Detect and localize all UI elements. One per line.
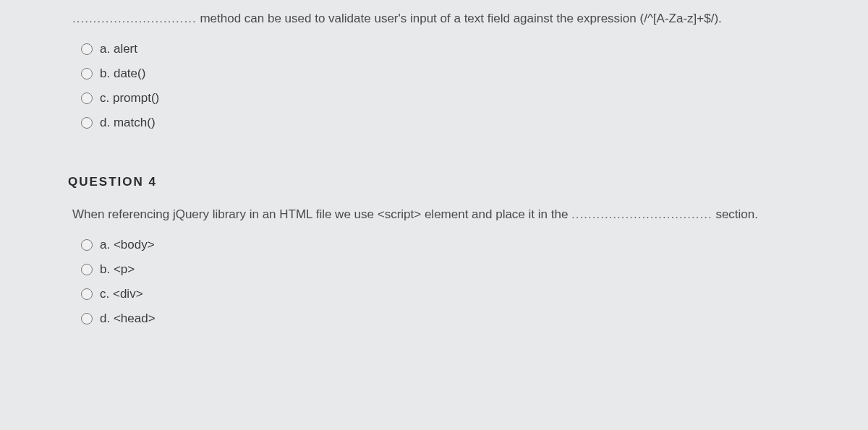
radio-icon bbox=[81, 93, 93, 104]
question-4-heading: QUESTION 4 bbox=[68, 175, 825, 189]
option-a[interactable]: a. <body> bbox=[81, 238, 825, 252]
radio-icon bbox=[81, 43, 93, 55]
prompt-tail: section. bbox=[712, 207, 758, 221]
blank-dots: .................................. bbox=[571, 207, 712, 221]
option-label: b. <p> bbox=[100, 262, 135, 277]
question-3-options: a. alert b. date() c. prompt() d. match(… bbox=[81, 42, 825, 130]
option-label: a. alert bbox=[100, 42, 137, 56]
radio-icon bbox=[81, 68, 93, 79]
option-label: b. date() bbox=[100, 66, 145, 81]
radio-icon bbox=[81, 264, 93, 275]
question-4-options: a. <body> b. <p> c. <div> d. <head> bbox=[81, 238, 825, 326]
option-a[interactable]: a. alert bbox=[81, 42, 825, 56]
option-label: c. <div> bbox=[100, 287, 143, 301]
option-d[interactable]: d. <head> bbox=[81, 311, 825, 326]
option-label: d. <head> bbox=[100, 311, 156, 326]
option-b[interactable]: b. date() bbox=[81, 66, 825, 81]
option-label: c. prompt() bbox=[100, 91, 159, 106]
option-d[interactable]: d. match() bbox=[81, 116, 825, 130]
option-b[interactable]: b. <p> bbox=[81, 262, 825, 277]
blank-dots: .............................. bbox=[72, 12, 197, 25]
radio-icon bbox=[81, 288, 93, 300]
option-label: d. match() bbox=[100, 116, 156, 130]
question-4-prompt: When referencing jQuery library in an HT… bbox=[72, 205, 825, 224]
option-c[interactable]: c. prompt() bbox=[81, 91, 825, 106]
radio-icon bbox=[81, 117, 93, 129]
prompt-text: When referencing jQuery library in an HT… bbox=[72, 207, 571, 221]
radio-icon bbox=[81, 239, 93, 251]
option-label: a. <body> bbox=[100, 238, 155, 252]
prompt-text: method can be used to validate user's in… bbox=[197, 12, 722, 25]
question-3-prompt: .............................. method ca… bbox=[72, 10, 825, 27]
radio-icon bbox=[81, 313, 93, 324]
option-c[interactable]: c. <div> bbox=[81, 287, 825, 301]
